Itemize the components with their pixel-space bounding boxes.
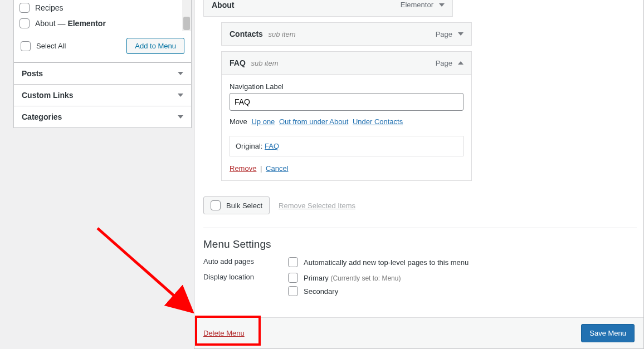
- menu-settings-heading: Menu Settings: [203, 238, 637, 250]
- navigation-label-input[interactable]: [230, 93, 464, 111]
- checkbox[interactable]: [288, 273, 298, 283]
- remove-selected-items-link: Remove Selected Items: [279, 201, 355, 210]
- select-all[interactable]: Select All: [21, 41, 66, 51]
- move-out-link[interactable]: Out from under About: [279, 117, 348, 126]
- menu-item-title: Contacts: [230, 30, 263, 38]
- auto-add-pages-option[interactable]: Automatically add new top-level pages to…: [288, 257, 469, 267]
- menu-item-contacts[interactable]: Contacts sub item Page: [221, 22, 472, 46]
- accordion-label: Categories: [22, 112, 62, 121]
- sub-item-tag: sub item: [269, 30, 296, 38]
- bulk-select-label: Bulk Select: [226, 201, 262, 210]
- option-label: Automatically add new top-level pages to…: [304, 258, 469, 267]
- accordion-posts[interactable]: Posts: [13, 62, 192, 85]
- select-all-label: Select All: [36, 42, 66, 50]
- remove-link[interactable]: Remove: [230, 164, 256, 173]
- menu-item-title: FAQ: [230, 58, 246, 67]
- save-menu-button[interactable]: Save Menu: [581, 324, 635, 342]
- divider: [203, 228, 637, 228]
- move-up-one-link[interactable]: Up one: [251, 117, 275, 126]
- menu-item-type: Page: [436, 30, 452, 38]
- menu-item-type: Page: [436, 59, 452, 67]
- original-link[interactable]: FAQ: [265, 142, 279, 150]
- menu-item-about[interactable]: About Elementor: [203, 0, 453, 17]
- sub-item-tag: sub item: [251, 59, 278, 67]
- chevron-up-icon: [458, 61, 464, 65]
- page-item-label: Recipes: [35, 3, 64, 12]
- chevron-down-icon: [458, 32, 464, 36]
- menu-item-faq-settings: Navigation Label Move Up one Out from un…: [221, 75, 472, 181]
- bulk-select-toggle[interactable]: Bulk Select: [203, 196, 270, 214]
- chevron-down-icon: [178, 115, 183, 119]
- delete-menu-link[interactable]: Delete Menu: [203, 329, 245, 337]
- option-label: Secondary: [304, 287, 338, 296]
- accordion-label: Posts: [22, 69, 43, 78]
- navigation-label-label: Navigation Label: [230, 82, 464, 91]
- accordion-label: Custom Links: [22, 91, 74, 100]
- checkbox[interactable]: [288, 257, 298, 267]
- scrollbar-thumb[interactable]: [183, 17, 190, 30]
- page-item[interactable]: About — Elementor: [16, 16, 191, 31]
- menu-item-faq[interactable]: FAQ sub item Page: [221, 51, 472, 75]
- option-label: Primary (Currently set to: Menu): [304, 274, 401, 282]
- move-under-link[interactable]: Under Contacts: [353, 117, 403, 126]
- checkbox[interactable]: [19, 3, 30, 13]
- pages-list: Recipes About — Elementor: [14, 0, 191, 31]
- page-item[interactable]: Recipes: [16, 0, 191, 16]
- display-location-secondary[interactable]: Secondary: [288, 286, 401, 296]
- display-location-label: Display location: [203, 273, 288, 296]
- pages-metabox: Recipes About — Elementor Select All Add…: [13, 0, 192, 62]
- checkbox[interactable]: [288, 286, 298, 296]
- move-label: Move: [230, 117, 247, 126]
- menu-footer: Delete Menu Save Menu: [194, 317, 643, 348]
- chevron-down-icon: [439, 3, 445, 7]
- checkbox[interactable]: [19, 18, 30, 28]
- scrollbar-track[interactable]: [182, 0, 191, 31]
- accordion-categories[interactable]: Categories: [13, 106, 192, 128]
- auto-add-pages-label: Auto add pages: [203, 257, 288, 267]
- chevron-down-icon: [178, 94, 183, 97]
- accordion-custom-links[interactable]: Custom Links: [13, 84, 192, 106]
- cancel-link[interactable]: Cancel: [266, 164, 288, 173]
- add-to-menu-button[interactable]: Add to Menu: [126, 38, 184, 54]
- original-label: Original:: [236, 142, 262, 150]
- menu-item-type: Elementor: [401, 1, 433, 9]
- chevron-down-icon: [178, 72, 183, 75]
- checkbox[interactable]: [21, 41, 31, 51]
- display-location-primary[interactable]: Primary (Currently set to: Menu): [288, 273, 401, 283]
- page-item-label: About — Elementor: [35, 19, 106, 28]
- checkbox[interactable]: [211, 200, 221, 210]
- menu-item-title: About: [212, 1, 234, 9]
